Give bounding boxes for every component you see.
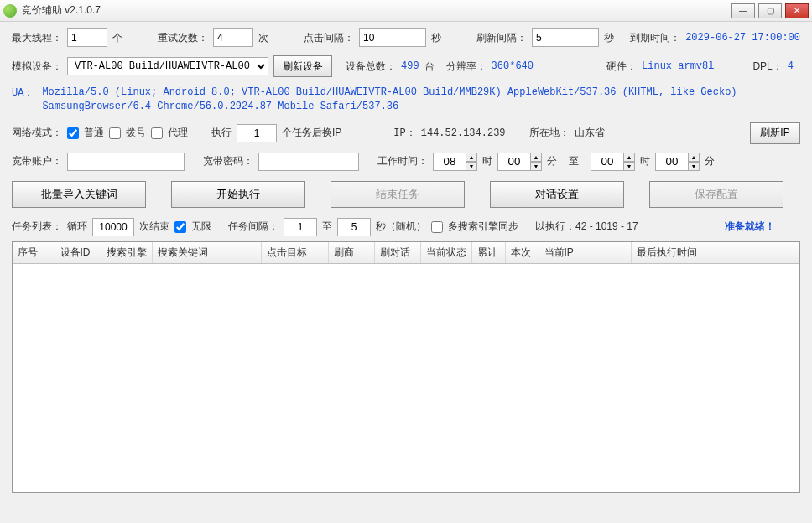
start-button[interactable]: 开始执行: [171, 181, 305, 208]
expire-label: 到期时间：: [630, 31, 680, 45]
titlebar: 竞价辅助 v2.1.0.7 — ▢ ✕: [0, 0, 812, 22]
device-total-value: 499: [401, 60, 419, 72]
multi-engine-label: 多搜索引擎同步: [448, 220, 518, 234]
refresh-interval-label: 刷新间隔：: [476, 31, 527, 45]
multi-engine-checkbox[interactable]: [431, 221, 443, 233]
unlimited-checkbox[interactable]: [174, 221, 186, 233]
dial-checkbox[interactable]: [109, 127, 121, 139]
refresh-ip-button[interactable]: 刷新IP: [750, 122, 800, 144]
down-icon[interactable]: ▼: [530, 162, 542, 171]
col-last-exec[interactable]: 最后执行时间: [631, 242, 799, 264]
unit-ci: 次: [258, 31, 268, 45]
worktime-label: 工作时间：: [377, 154, 428, 168]
up-icon[interactable]: ▲: [466, 153, 477, 162]
loop-suffix: 次结束: [139, 220, 169, 234]
col-click-target[interactable]: 点击目标: [261, 242, 328, 264]
maximize-button[interactable]: ▢: [758, 3, 782, 18]
row-network: 网络模式： 普通 拨号 代理 执行 个任务后换IP IP： 144.52.134…: [12, 122, 800, 144]
retry-input[interactable]: [213, 28, 253, 47]
interval-min-input[interactable]: [284, 218, 317, 236]
bb-pwd-input[interactable]: [258, 153, 359, 171]
tasklist-label: 任务列表：: [12, 220, 62, 234]
unlimited-label: 无限: [191, 220, 211, 234]
col-device-id[interactable]: 设备ID: [55, 242, 101, 264]
up-icon[interactable]: ▲: [530, 153, 542, 162]
dialog-settings-button[interactable]: 对话设置: [490, 181, 624, 208]
proxy-checkbox[interactable]: [151, 127, 163, 139]
hour-end-spinner[interactable]: ▲▼: [591, 153, 635, 171]
normal-checkbox[interactable]: [67, 127, 79, 139]
up-icon[interactable]: ▲: [688, 153, 700, 162]
close-button[interactable]: ✕: [785, 3, 809, 18]
max-threads-label: 最大线程：: [12, 31, 62, 45]
hour-end-input[interactable]: [591, 153, 624, 171]
ua-label: UA：: [12, 85, 34, 100]
normal-label: 普通: [84, 126, 104, 140]
expire-value: 2029-06-27 17:00:00: [685, 32, 800, 44]
col-current-ip[interactable]: 当前IP: [539, 242, 631, 264]
dial-label: 拨号: [126, 126, 146, 140]
col-total[interactable]: 累计: [471, 242, 505, 264]
row-threads: 最大线程： 个 重试次数： 次 点击间隔： 秒 刷新间隔： 秒 到期时间： 20…: [12, 28, 800, 47]
hardware-label: 硬件：: [606, 60, 637, 74]
end-task-button[interactable]: 结束任务: [331, 181, 465, 208]
col-index[interactable]: 序号: [13, 242, 55, 264]
loop-count-input[interactable]: [92, 218, 134, 236]
window-controls: — ▢ ✕: [731, 3, 809, 18]
refresh-device-button[interactable]: 刷新设备: [273, 55, 332, 77]
row-ua: UA： Mozilla/5.0 (Linux; Android 8.0; VTR…: [12, 85, 800, 114]
app-title: 竞价辅助 v2.1.0.7: [22, 3, 731, 18]
proxy-label: 代理: [168, 126, 188, 140]
col-search-engine[interactable]: 搜索引擎: [101, 242, 152, 264]
interval-suffix: 秒（随机）: [376, 220, 426, 234]
interval-max-input[interactable]: [337, 218, 371, 236]
click-interval-input[interactable]: [359, 28, 426, 47]
max-threads-input[interactable]: [67, 28, 107, 47]
task-interval-label: 任务间隔：: [228, 220, 278, 234]
resolution-label: 分辨率：: [446, 60, 487, 74]
tai-label: 台: [424, 60, 435, 74]
action-button-row: 批量导入关键词 开始执行 结束任务 对话设置 保存配置: [12, 181, 800, 208]
minute-label-1: 分: [547, 154, 557, 168]
minute-end-spinner[interactable]: ▲▼: [655, 153, 700, 171]
app-icon: [3, 4, 17, 18]
net-mode-label: 网络模式：: [12, 126, 62, 140]
minute-end-input[interactable]: [655, 153, 689, 171]
bb-account-input[interactable]: [67, 153, 185, 171]
device-select[interactable]: VTR-AL00 Build/HUAWEIVTR-AL00: [67, 57, 268, 75]
import-keywords-button[interactable]: 批量导入关键词: [12, 181, 146, 208]
col-status[interactable]: 当前状态: [420, 242, 471, 264]
col-keyword[interactable]: 搜索关键词: [152, 242, 261, 264]
save-config-button[interactable]: 保存配置: [649, 181, 783, 208]
up-icon[interactable]: ▲: [623, 153, 635, 162]
exec-suffix: 个任务后换IP: [282, 126, 341, 140]
hour-start-input[interactable]: [433, 153, 466, 171]
unit-sec2: 秒: [604, 31, 614, 45]
bb-account-label: 宽带账户：: [12, 154, 62, 168]
down-icon[interactable]: ▼: [688, 162, 700, 171]
minimize-button[interactable]: —: [731, 3, 755, 18]
ua-value: Mozilla/5.0 (Linux; Android 8.0; VTR-AL0…: [42, 85, 797, 114]
minute-start-spinner[interactable]: ▲▼: [497, 153, 542, 171]
refresh-interval-input[interactable]: [532, 28, 599, 47]
hardware-value: Linux armv8l: [642, 60, 714, 72]
device-label: 模拟设备：: [12, 60, 62, 74]
minute-start-input[interactable]: [497, 153, 531, 171]
col-shua-dialog[interactable]: 刷对话: [374, 242, 420, 264]
location-value: 山东省: [575, 126, 605, 140]
unit-ge: 个: [112, 31, 122, 45]
hour-start-spinner[interactable]: ▲▼: [433, 153, 477, 171]
resolution-value: 360*640: [492, 60, 534, 72]
minute-label-2: 分: [705, 154, 715, 168]
click-interval-label: 点击间隔：: [304, 31, 354, 45]
task-table[interactable]: 序号 设备ID 搜索引擎 搜索关键词 点击目标 刷商 刷对话 当前状态 累计 本…: [12, 241, 800, 493]
col-shua-shang[interactable]: 刷商: [328, 242, 374, 264]
ip-label: IP：: [393, 126, 415, 140]
device-total-label: 设备总数：: [346, 60, 396, 74]
unit-sec: 秒: [431, 31, 441, 45]
col-current[interactable]: 本次: [505, 242, 539, 264]
down-icon[interactable]: ▼: [466, 162, 477, 171]
table-header-row: 序号 设备ID 搜索引擎 搜索关键词 点击目标 刷商 刷对话 当前状态 累计 本…: [13, 242, 799, 264]
exec-count-input[interactable]: [237, 124, 277, 142]
down-icon[interactable]: ▼: [623, 162, 635, 171]
